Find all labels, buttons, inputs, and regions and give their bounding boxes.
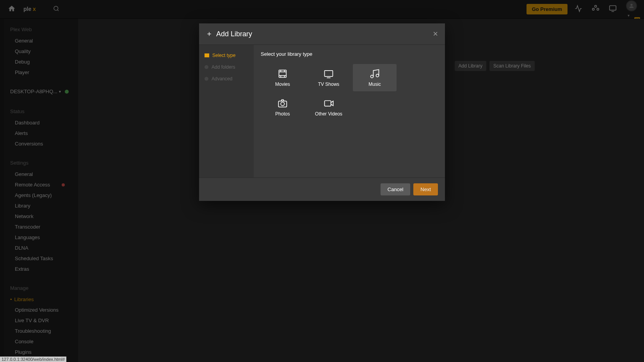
gear-icon <box>205 77 208 81</box>
cancel-button[interactable]: Cancel <box>381 183 410 195</box>
next-button[interactable]: Next <box>413 183 438 195</box>
svg-point-18 <box>371 75 374 78</box>
type-music[interactable]: Music <box>353 64 397 91</box>
close-button[interactable]: × <box>433 29 438 39</box>
svg-rect-16 <box>325 71 333 76</box>
svg-rect-9 <box>279 70 286 78</box>
type-movies[interactable]: Movies <box>261 64 304 91</box>
modal-header: Add Library × <box>199 23 445 45</box>
svg-point-19 <box>376 74 379 77</box>
music-icon <box>369 68 380 79</box>
modal-footer: Cancel Next <box>199 177 445 201</box>
list-icon <box>205 53 209 57</box>
plus-icon <box>206 31 212 37</box>
type-tv-shows[interactable]: TV Shows <box>307 64 350 91</box>
type-photos[interactable]: Photos <box>261 94 304 121</box>
add-library-modal: Add Library × Select type Add folders Ad… <box>199 23 445 201</box>
select-prompt: Select your library type <box>261 51 438 57</box>
step-advanced[interactable]: Advanced <box>199 73 254 85</box>
status-bar-url: 127.0.0.1:32400/web/index.html# <box>0 357 66 362</box>
svg-point-21 <box>281 102 284 106</box>
video-icon <box>323 98 334 109</box>
step-select-type[interactable]: Select type <box>199 50 254 61</box>
type-other-videos[interactable]: Other Videos <box>307 94 350 121</box>
modal-title: Add Library <box>216 30 252 38</box>
step-add-folders[interactable]: Add folders <box>199 61 254 73</box>
modal-steps: Select type Add folders Advanced <box>199 45 254 177</box>
modal-overlay: Add Library × Select type Add folders Ad… <box>0 0 644 362</box>
modal-main: Select your library type Movies TV Shows… <box>254 45 445 177</box>
folder-icon <box>205 65 208 69</box>
camera-icon <box>277 98 288 109</box>
tv-icon <box>323 68 334 79</box>
movie-icon <box>277 68 288 79</box>
svg-rect-22 <box>325 101 331 106</box>
library-type-grid: Movies TV Shows Music Photos <box>261 64 438 121</box>
modal-body: Select type Add folders Advanced Select … <box>199 45 445 177</box>
